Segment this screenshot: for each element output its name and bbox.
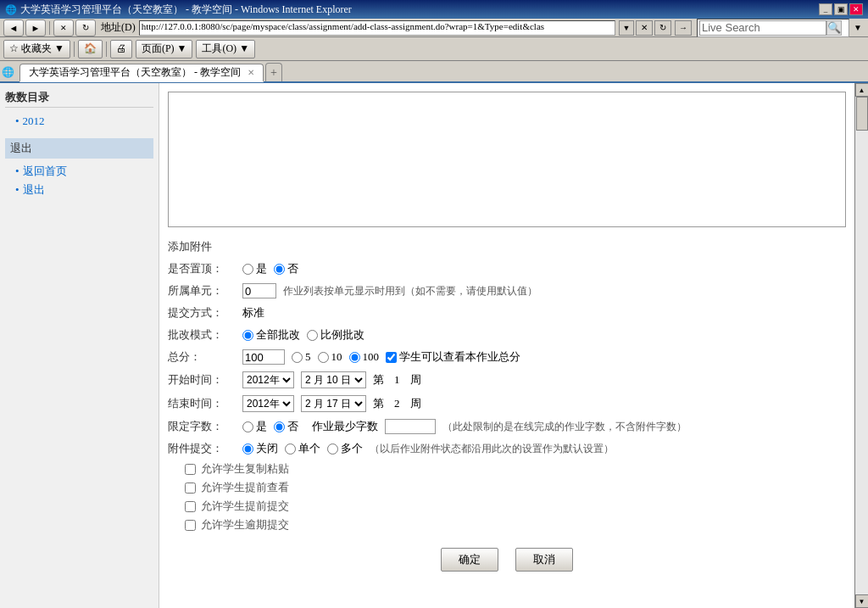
main-container: 教数目录 2012 退出 返回首页 退出 添加附件 是否置顶: [0, 83, 868, 608]
content-wrapper: 添加附件 是否置顶： 是 否 所属单元： 作业列表按单元显示时用到（如不需要，请…: [159, 83, 868, 608]
review-ratio-option[interactable]: 比例批改: [307, 327, 364, 343]
window-controls[interactable]: _ ▣ ✕: [819, 3, 863, 15]
sidebar-logout-section: 退出 返回首页 退出: [5, 138, 153, 199]
sidebar-title: 教数目录: [5, 88, 153, 108]
top-setting-label: 是否置顶：: [168, 261, 236, 276]
check1-checkbox[interactable]: [185, 464, 196, 475]
toolbar-separator: [74, 42, 75, 57]
review-all-radio[interactable]: [242, 330, 253, 341]
search-options-button[interactable]: ▼: [851, 21, 865, 35]
star-icon: ☆: [9, 42, 19, 55]
start-year-select[interactable]: 2012年: [242, 371, 294, 388]
add-attachment-label: 添加附件: [168, 239, 236, 254]
address-dropdown[interactable]: ▼: [619, 20, 634, 36]
score-5-radio[interactable]: [292, 352, 303, 363]
sidebar: 教数目录 2012 退出 返回首页 退出: [0, 83, 159, 608]
check3-label: 允许学生提前提交: [201, 499, 289, 514]
end-time-label: 结束时间：: [168, 396, 236, 411]
check2-checkbox[interactable]: [185, 482, 196, 494]
tools-button[interactable]: 工具(O) ▼: [196, 40, 255, 59]
check4-checkbox[interactable]: [185, 520, 196, 531]
attach-multi-option[interactable]: 多个: [327, 441, 363, 456]
word-limit-no-radio[interactable]: [274, 421, 285, 432]
page-button[interactable]: 页面(P) ▼: [136, 40, 193, 59]
unit-input[interactable]: [242, 283, 276, 298]
search-button[interactable]: 🔍: [826, 20, 842, 36]
address-input[interactable]: http://127.0.0.1:8080/sc/page/myspace/cl…: [139, 20, 615, 36]
attach-close-radio[interactable]: [242, 443, 253, 455]
top-no-option[interactable]: 否: [274, 261, 298, 276]
scroll-down-arrow[interactable]: ▼: [855, 594, 869, 608]
attach-single-option[interactable]: 单个: [285, 441, 320, 456]
spacer: [5, 130, 153, 138]
top-yes-option[interactable]: 是: [242, 261, 267, 276]
start-week-unit: 周: [410, 372, 421, 388]
score-5-option[interactable]: 5: [292, 350, 311, 364]
back-button[interactable]: ◄: [3, 20, 24, 36]
tab-bar: 🌐 大学英语学习管理平台（天空教室） - 教学空间 ✕ +: [0, 61, 868, 83]
score-note-checkbox-label[interactable]: 学生可以查看本作业总分: [386, 349, 520, 365]
attach-single-radio[interactable]: [285, 443, 296, 455]
sidebar-item-2012[interactable]: 2012: [5, 113, 153, 130]
go-button[interactable]: →: [675, 20, 692, 36]
stop-loading-button[interactable]: ✕: [636, 20, 653, 36]
word-limit-no-option[interactable]: 否: [274, 419, 298, 434]
submit-mode-value: 标准: [242, 305, 264, 321]
end-time-row: 结束时间： 2012年 2 月 17 日 第 2 周: [159, 392, 854, 416]
toolbar: ☆ 收藏夹 ▼ 🏠 🖨 页面(P) ▼ 工具(O) ▼: [0, 37, 868, 61]
confirm-button[interactable]: 确定: [441, 548, 498, 572]
word-limit-yes-radio[interactable]: [242, 421, 253, 432]
close-button[interactable]: ✕: [849, 3, 863, 15]
end-year-select[interactable]: 2012年: [242, 395, 294, 412]
top-yes-radio[interactable]: [242, 264, 253, 275]
min-words-input[interactable]: [385, 419, 436, 434]
submit-mode-row: 提交方式： 标准: [159, 302, 854, 324]
score-100-radio[interactable]: [349, 352, 360, 363]
start-date-select[interactable]: 2 月 10 日: [301, 371, 366, 388]
scroll-thumb[interactable]: [856, 97, 868, 131]
tab-close-icon[interactable]: ✕: [248, 68, 254, 77]
top-no-radio[interactable]: [274, 264, 285, 275]
end-week-unit: 周: [410, 396, 421, 411]
add-attachment-row: 添加附件: [159, 236, 854, 258]
new-tab-button[interactable]: +: [265, 63, 282, 81]
forward-button[interactable]: ►: [25, 20, 46, 36]
stop-button[interactable]: ✕: [53, 20, 74, 36]
restore-button[interactable]: ▣: [834, 3, 848, 15]
cancel-button[interactable]: 取消: [515, 548, 573, 572]
score-visible-checkbox[interactable]: [386, 352, 397, 363]
favorites-button[interactable]: ☆ 收藏夹 ▼: [3, 40, 70, 59]
search-box[interactable]: 🔍: [697, 19, 849, 37]
sidebar-link-logout[interactable]: 退出: [5, 181, 153, 199]
start-time-label: 开始时间：: [168, 372, 236, 388]
review-mode-label: 批改模式：: [168, 327, 236, 343]
score-100-option[interactable]: 100: [349, 350, 380, 364]
search-input[interactable]: [699, 20, 826, 36]
end-date-select[interactable]: 2 月 17 日: [301, 395, 366, 412]
score-10-option[interactable]: 10: [318, 350, 342, 364]
scroll-up-arrow[interactable]: ▲: [855, 83, 869, 97]
scroll-track[interactable]: [855, 97, 869, 594]
check3-row: 允许学生提前提交: [159, 497, 854, 516]
check1-row: 允许学生复制粘贴: [159, 460, 854, 478]
ie-logo: 🌐: [2, 66, 14, 79]
refresh-button[interactable]: ↻: [75, 20, 96, 36]
check3-checkbox[interactable]: [185, 501, 196, 512]
home-button[interactable]: 🏠: [78, 40, 103, 59]
print-button[interactable]: 🖨: [110, 40, 132, 59]
score-input[interactable]: [242, 349, 285, 365]
word-limit-yes-option[interactable]: 是: [242, 419, 267, 434]
active-tab[interactable]: 大学英语学习管理平台（天空教室） - 教学空间 ✕: [19, 64, 264, 82]
attach-close-option[interactable]: 关闭: [242, 441, 278, 456]
score-10-radio[interactable]: [318, 352, 329, 363]
review-ratio-radio[interactable]: [307, 330, 318, 341]
minimize-button[interactable]: _: [819, 3, 832, 15]
attach-multi-radio[interactable]: [327, 443, 338, 455]
chevron-down-icon2: ▼: [177, 42, 187, 55]
text-editor[interactable]: [168, 92, 846, 227]
sidebar-link-home[interactable]: 返回首页: [5, 162, 153, 181]
scrollbar[interactable]: ▲ ▼: [854, 83, 868, 608]
review-all-option[interactable]: 全部批改: [242, 327, 300, 343]
refresh-page-button[interactable]: ↻: [654, 20, 671, 36]
score-label: 总分：: [168, 349, 236, 365]
